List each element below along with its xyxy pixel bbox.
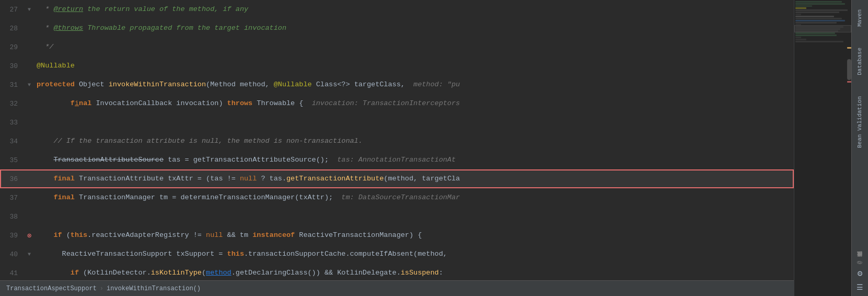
line-content-41: if (KotlinDetector.isKotlinType(method.g… — [34, 264, 794, 280]
line-number-31: 31 — [0, 81, 24, 89]
code-line-31: 31 ▼ protected Object invokeWithinTransa… — [0, 75, 794, 94]
minimap-line — [795, 12, 839, 13]
scroll-indicator[interactable] — [847, 59, 851, 80]
line-content-40: ReactiveTransactionSupport txSupport = t… — [34, 245, 794, 264]
line-number-37: 37 — [0, 194, 24, 202]
minimap-line — [795, 22, 837, 24]
minimap-line — [795, 16, 834, 17]
warning-stripe — [847, 47, 851, 49]
code-line-36: 36 final TransactionAttribute txAttr = (… — [0, 169, 794, 188]
main-container: 27 ▼ * @return the return value of the m… — [0, 0, 868, 296]
right-sidebar: Maven Database Bean Validation @稀土掘金技术社区… — [851, 0, 868, 296]
line-content-34: // If the transaction attribute is null,… — [34, 132, 794, 151]
line-number-36: 36 — [0, 175, 24, 183]
minimap-line — [795, 20, 845, 21]
minimap-line — [795, 41, 843, 42]
code-line-40: 40 ▼ ReactiveTransactionSupport txSuppor… — [0, 245, 794, 264]
minimap[interactable] — [794, 0, 851, 296]
fold-icon-40[interactable]: ▼ — [28, 252, 31, 257]
error-icon-39: ⊗ — [27, 231, 31, 240]
minimap-line — [795, 9, 848, 11]
database-label: Database — [857, 48, 863, 75]
line-number-32: 32 — [0, 100, 24, 108]
minimap-line — [795, 30, 838, 32]
gutter-39: ⊗ — [24, 231, 34, 240]
line-content-37: final TransactionManager tm = determineT… — [34, 188, 794, 207]
minimap-line — [795, 3, 845, 5]
error-stripe-2 — [847, 81, 851, 83]
gutter-31: ▼ — [24, 82, 34, 88]
minimap-line — [795, 32, 835, 34]
line-content-36: final TransactionAttribute txAttr = (tas… — [34, 169, 794, 188]
line-number-30: 30 — [0, 62, 24, 70]
line-content-32: final InvocationCallback invocation) thr… — [34, 94, 794, 113]
line-content-35: TransactionAttributeSource tas = getTran… — [34, 151, 794, 169]
minimap-line — [795, 14, 801, 15]
code-line-41: 41 if (KotlinDetector.isKotlinType(metho… — [0, 264, 794, 280]
settings-icon[interactable]: ☰ — [857, 283, 863, 292]
line-content-27: * @return the return value of the method… — [34, 0, 794, 19]
maven-label: Maven — [857, 9, 863, 27]
line-content-28: * @throws Throwable propagated from the … — [34, 19, 794, 38]
line-number-33: 33 — [0, 119, 24, 127]
bean-validation-label: Bean Validation — [857, 96, 863, 148]
sidebar-tab-bean-validation[interactable]: Bean Validation — [854, 91, 866, 153]
code-line-27: 27 ▼ * @return the return value of the m… — [0, 0, 794, 19]
code-scroll-area[interactable]: 27 ▼ * @return the return value of the m… — [0, 0, 794, 280]
code-line-30: 30 @Nullable — [0, 56, 794, 75]
code-line-28: 28 * @throws Throwable propagated from t… — [0, 19, 794, 38]
minimap-line — [795, 1, 842, 3]
minimap-line — [795, 24, 801, 26]
line-number-27: 27 — [0, 6, 24, 14]
fold-icon-31[interactable]: ▼ — [28, 82, 31, 88]
line-content-29: */ — [34, 38, 794, 56]
gutter-27: ▼ — [24, 7, 34, 13]
line-number-39: 39 — [0, 232, 24, 240]
line-content-39: if (this.reactiveAdapterRegistry != null… — [34, 226, 794, 245]
community-label: @稀土掘金技术社区 — [857, 261, 864, 264]
code-editor: 27 ▼ * @return the return value of the m… — [0, 0, 794, 296]
minimap-line — [795, 26, 843, 28]
minimap-line — [795, 39, 806, 40]
minimap-line — [795, 7, 806, 9]
breadcrumb-separator: › — [100, 285, 103, 292]
line-number-38: 38 — [0, 213, 24, 221]
minimap-line — [795, 37, 801, 38]
sidebar-tab-database[interactable]: Database — [854, 42, 866, 81]
line-content-30: @Nullable — [34, 56, 794, 75]
line-number-29: 29 — [0, 43, 24, 51]
code-line-38: 38 — [0, 207, 794, 226]
code-line-33: 33 — [0, 113, 794, 132]
line-number-41: 41 — [0, 269, 24, 277]
code-line-39: 39 ⊗ if (this.reactiveAdapterRegistry !=… — [0, 226, 794, 245]
code-lines: 27 ▼ * @return the return value of the m… — [0, 0, 794, 280]
fold-icon-27[interactable]: ▼ — [28, 7, 31, 13]
sidebar-tab-maven[interactable]: Maven — [854, 4, 866, 32]
gutter-40: ▼ — [24, 252, 34, 257]
minimap-line — [795, 5, 812, 7]
code-line-29: 29 */ — [0, 38, 794, 56]
line-content-31: protected Object invokeWithinTransaction… — [34, 75, 794, 94]
breadcrumb-method: invokeWithinTransaction() — [107, 285, 201, 292]
line-number-28: 28 — [0, 25, 24, 32]
minimap-line — [795, 18, 842, 19]
status-bar: TransactionAspectSupport › invokeWithinT… — [0, 280, 794, 296]
minimap-content — [794, 0, 851, 44]
code-line-34: 34 // If the transaction attribute is nu… — [0, 132, 794, 151]
code-line-35: 35 TransactionAttributeSource tas = getT… — [0, 151, 794, 169]
code-line-37: 37 final TransactionManager tm = determi… — [0, 188, 794, 207]
line-number-34: 34 — [0, 138, 24, 145]
minimap-line — [795, 28, 840, 30]
gear-icon[interactable]: ⚙ — [858, 268, 863, 279]
line-number-40: 40 — [0, 251, 24, 258]
line-number-35: 35 — [0, 156, 24, 164]
minimap-line — [795, 35, 837, 36]
breadcrumb-class: TransactionAspectSupport — [6, 285, 97, 292]
code-line-32: 32 final InvocationCallback invocation) … — [0, 94, 794, 113]
